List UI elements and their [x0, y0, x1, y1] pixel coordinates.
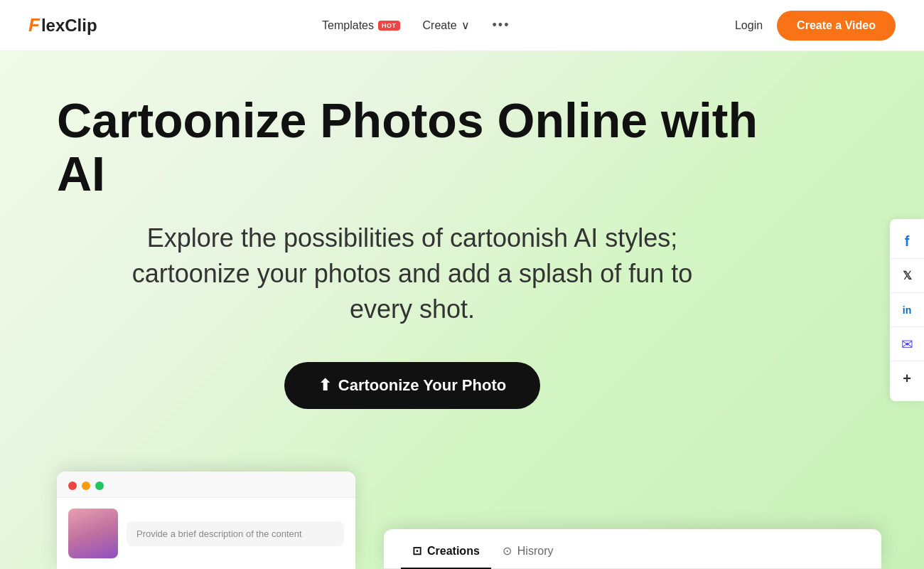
chevron-down-icon: ∨ — [461, 18, 470, 32]
nav-create[interactable]: Create ∨ — [423, 18, 470, 32]
window-titlebar — [57, 472, 355, 498]
nav-templates[interactable]: Templates HOT — [322, 19, 399, 32]
twitter-share-button[interactable]: 𝕏 — [890, 259, 924, 293]
tab-creations[interactable]: ⊡ Creations — [401, 534, 491, 569]
history-tab-icon: ⊙ — [503, 544, 512, 558]
close-dot — [68, 482, 77, 490]
bottom-preview: Provide a brief description of the conte… — [57, 472, 881, 569]
hero-title: Cartoonize Photos Online with AI — [57, 94, 768, 201]
maximize-dot — [95, 482, 104, 490]
tab-history[interactable]: ⊙ Hisrory — [491, 534, 565, 569]
social-sidebar: f 𝕏 in ✉ + — [890, 219, 924, 401]
header: F lexClip Templates HOT Create ∨ ••• Log… — [0, 0, 924, 51]
email-share-button[interactable]: ✉ — [890, 327, 924, 361]
more-dots[interactable]: ••• — [493, 18, 510, 33]
history-tab-label: Hisrory — [517, 545, 554, 558]
main-nav: Templates HOT Create ∨ ••• — [322, 18, 510, 33]
hero-content: Cartoonize Photos Online with AI Explore… — [57, 94, 768, 409]
minimize-dot — [82, 482, 90, 490]
login-button[interactable]: Login — [735, 19, 763, 32]
tabs-area: ⊡ Creations ⊙ Hisrory — [384, 529, 881, 569]
creations-tab-icon: ⊡ — [412, 544, 421, 558]
nav-right: Login Create a Video — [735, 11, 896, 41]
logo-rest: lexClip — [41, 16, 97, 36]
creations-tab-label: Creations — [427, 545, 480, 558]
facebook-share-button[interactable]: f — [890, 225, 924, 259]
preview-image — [68, 509, 118, 558]
upload-icon: ⬆ — [318, 376, 331, 395]
window-content: Provide a brief description of the conte… — [57, 498, 355, 569]
more-share-button[interactable]: + — [890, 361, 924, 395]
hero-subtitle: Explore the possibilities of cartoonish … — [121, 220, 704, 328]
app-window: Provide a brief description of the conte… — [57, 472, 355, 569]
templates-label: Templates — [322, 19, 374, 32]
linkedin-share-button[interactable]: in — [890, 293, 924, 327]
cta-label: Cartoonize Your Photo — [338, 376, 506, 395]
logo[interactable]: F lexClip — [28, 14, 97, 36]
create-label: Create — [423, 19, 457, 32]
prompt-text[interactable]: Provide a brief description of the conte… — [127, 521, 344, 546]
logo-f-letter: F — [28, 14, 40, 36]
tabs-header: ⊡ Creations ⊙ Hisrory — [384, 529, 881, 569]
hot-badge: HOT — [378, 21, 400, 31]
cartoonize-cta-button[interactable]: ⬆ Cartoonize Your Photo — [284, 362, 540, 409]
create-video-button[interactable]: Create a Video — [777, 11, 896, 41]
hero-section: Cartoonize Photos Online with AI Explore… — [0, 51, 924, 569]
